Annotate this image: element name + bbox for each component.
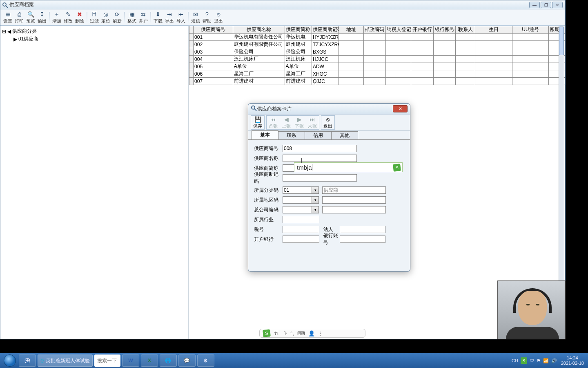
col-mnemonic[interactable]: 供应商助记码 bbox=[312, 26, 339, 34]
sogou-tray-icon[interactable]: S bbox=[521, 357, 527, 364]
table-row[interactable]: 004汉江机床厂汉江机床HJJCC bbox=[189, 56, 565, 63]
ime-candidate-popup[interactable]: tmbja S bbox=[294, 162, 403, 172]
ime-moon-icon[interactable]: ☽ bbox=[282, 330, 287, 337]
table-row[interactable]: 003保险公司保险公司BXGS bbox=[189, 48, 565, 56]
ime-keyboard-icon[interactable]: ⌨ bbox=[297, 330, 305, 337]
tab-other[interactable]: 其他 bbox=[331, 131, 358, 139]
input-mnemonic[interactable] bbox=[283, 174, 357, 182]
scrollbar-thumb[interactable] bbox=[559, 27, 564, 55]
setup-button[interactable]: ▤设置 bbox=[2, 10, 13, 25]
col-code[interactable]: 供应商编号 bbox=[194, 26, 233, 34]
col-short[interactable]: 供应商简称 bbox=[285, 26, 312, 34]
sms-button[interactable]: ✉短信 bbox=[190, 10, 201, 25]
input-taxno[interactable] bbox=[283, 226, 319, 233]
taskbar-app-4[interactable]: ⚙ bbox=[197, 355, 214, 367]
table-row[interactable]: 007前进建材前进建材QJJC bbox=[189, 78, 565, 85]
input-legal[interactable] bbox=[340, 226, 385, 233]
add-button[interactable]: ＋增加 bbox=[51, 10, 62, 25]
table-row[interactable]: 002庭州建材有限责任公司庭州建材TZJCYXZRG bbox=[189, 41, 565, 48]
tray-volume-icon[interactable]: 🔊 bbox=[551, 358, 557, 364]
preview-button[interactable]: 🔍预览 bbox=[25, 10, 36, 25]
tray-lang[interactable]: CH bbox=[512, 358, 518, 363]
col-uu[interactable]: UU通号 bbox=[512, 26, 549, 34]
tab-credit[interactable]: 信用 bbox=[305, 131, 332, 139]
col-contact[interactable]: 联系人 bbox=[456, 26, 475, 34]
classcode-picker-button[interactable]: ▾ bbox=[312, 186, 319, 194]
col-bday[interactable]: 生日 bbox=[475, 26, 512, 34]
ime-menu-icon[interactable]: ⋮ bbox=[318, 330, 323, 337]
tab-basic[interactable]: 基本 bbox=[252, 130, 278, 139]
save-button[interactable]: 💾保存 bbox=[251, 116, 264, 129]
ime-mode-label[interactable]: 五 bbox=[274, 330, 279, 337]
hqcode-picker-button[interactable]: ▾ bbox=[312, 206, 319, 213]
taskbar[interactable]: ֍ e英批准新冠人体试验 W X 🌐 💬 ⚙ CH S 🛡 ⚑ 📶 🔊 14:2… bbox=[0, 353, 588, 368]
table-row[interactable]: 006星海工厂星海工厂XHGC bbox=[189, 70, 565, 78]
regioncode-picker-button[interactable]: ▾ bbox=[312, 196, 319, 204]
taskbar-search-input[interactable] bbox=[94, 355, 120, 367]
format-button[interactable]: ▦格式 bbox=[126, 10, 138, 25]
input-code[interactable] bbox=[283, 145, 357, 152]
help-button[interactable]: ?帮助 bbox=[201, 10, 213, 25]
collapse-icon[interactable]: ⊟ bbox=[2, 29, 6, 34]
first-button[interactable]: ⏮首张 bbox=[267, 116, 280, 129]
last-button[interactable]: ⏭末张 bbox=[306, 116, 319, 129]
taskbar-ie[interactable]: e英批准新冠人体试验 bbox=[38, 355, 93, 367]
prev-button[interactable]: ◀上张 bbox=[280, 116, 293, 129]
input-account[interactable] bbox=[340, 236, 385, 243]
system-tray[interactable]: CH S 🛡 ⚑ 📶 🔊 14:24 2021-02-18 bbox=[509, 355, 588, 366]
tray-security-icon[interactable]: 🛡 bbox=[530, 358, 534, 363]
input-regioncode[interactable] bbox=[283, 196, 312, 204]
import-button[interactable]: ⇤导入 bbox=[175, 10, 187, 25]
close-button[interactable]: ✕ bbox=[552, 2, 563, 8]
ime-float-toolbar[interactable]: S 五 ☽ °, ⌨ 👤 ⋮ bbox=[259, 329, 365, 338]
export-button[interactable]: ⇥导出 bbox=[164, 10, 175, 25]
delete-button[interactable]: ✖删除 bbox=[74, 10, 85, 25]
locate-button[interactable]: ◎定位 bbox=[100, 10, 111, 25]
table-row[interactable]: 001华运机电有限责任公司华运机电HYJDYXZRG bbox=[189, 34, 565, 41]
input-name[interactable] bbox=[283, 155, 357, 162]
tray-network-icon[interactable]: 📶 bbox=[543, 358, 549, 364]
edit-button[interactable]: ✎修改 bbox=[62, 10, 74, 25]
refresh-button[interactable]: ⟳刷新 bbox=[111, 10, 123, 25]
input-hqcode[interactable] bbox=[283, 206, 312, 213]
output-button[interactable]: ↧输出 bbox=[36, 10, 48, 25]
dialog-close-button[interactable]: ✕ bbox=[393, 105, 408, 112]
app-titlebar[interactable]: 供应商档案 bbox=[0, 0, 565, 9]
input-bank[interactable] bbox=[283, 236, 319, 243]
download-button[interactable]: ⬇下载 bbox=[152, 10, 164, 25]
taskbar-word[interactable]: W bbox=[122, 355, 139, 367]
table-row[interactable]: 005A单位A单位ADW bbox=[189, 63, 565, 70]
tray-flag-icon[interactable]: ⚑ bbox=[537, 358, 541, 364]
taskbar-app-2[interactable]: 🌐 bbox=[160, 355, 177, 367]
col-zip[interactable]: 邮政编码 bbox=[363, 26, 385, 34]
dialog-exit-button[interactable]: ⎋退出 bbox=[321, 116, 334, 129]
exit-button[interactable]: ⎋退出 bbox=[213, 10, 224, 25]
next-button[interactable]: ▶下张 bbox=[293, 116, 306, 129]
minimize-button[interactable]: — bbox=[529, 2, 540, 8]
sogou-icon[interactable]: S bbox=[263, 329, 271, 337]
taskbar-excel[interactable]: X bbox=[141, 355, 158, 367]
merge-button[interactable]: ⇆并户 bbox=[138, 10, 149, 25]
tray-clock[interactable]: 14:24 2021-02-18 bbox=[559, 355, 586, 366]
taskbar-app-1[interactable]: ֍ bbox=[19, 355, 36, 367]
start-button[interactable] bbox=[2, 354, 18, 367]
col-bank[interactable]: 开户银行 bbox=[411, 26, 433, 34]
tab-contact[interactable]: 联系 bbox=[278, 131, 305, 139]
col-name[interactable]: 供应商名称 bbox=[233, 26, 285, 34]
dialog-titlebar[interactable]: 供应商档案卡片 ✕ bbox=[248, 104, 410, 114]
taskbar-app-3[interactable]: 💬 bbox=[178, 355, 196, 367]
filter-button[interactable]: ⛩过滤 bbox=[89, 10, 100, 25]
input-classcode[interactable] bbox=[283, 186, 312, 194]
print-button[interactable]: ⎙打印 bbox=[13, 10, 25, 25]
ime-punct-icon[interactable]: °, bbox=[290, 330, 294, 337]
col-acct[interactable]: 银行账号 bbox=[433, 26, 455, 34]
input-industry[interactable] bbox=[283, 216, 319, 223]
tree-pane[interactable]: ⊟ ◀ 供应商分类 ▶ 01供应商 bbox=[0, 26, 189, 339]
supplier-grid[interactable]: 供应商编号 供应商名称 供应商简称 供应商助记码 地址 邮政编码 纳税人登记 开… bbox=[189, 26, 565, 85]
ime-person-icon[interactable]: 👤 bbox=[308, 330, 315, 337]
col-tax[interactable]: 纳税人登记 bbox=[386, 26, 411, 34]
maximize-button[interactable]: ❐ bbox=[541, 2, 551, 8]
col-addr[interactable]: 地址 bbox=[339, 26, 363, 34]
tree-child[interactable]: ▶ 01供应商 bbox=[2, 35, 186, 43]
tree-root[interactable]: ⊟ ◀ 供应商分类 bbox=[2, 27, 186, 35]
